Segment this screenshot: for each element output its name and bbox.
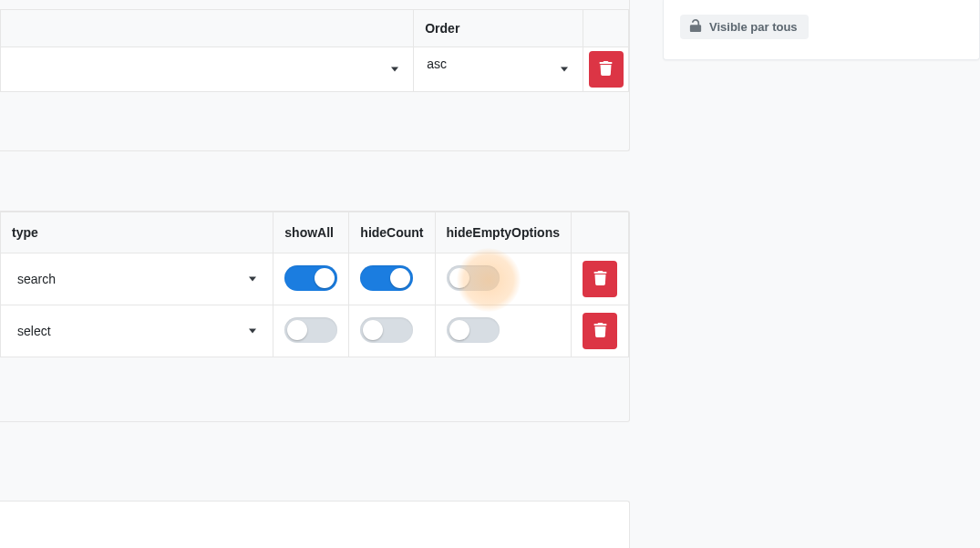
showall-toggle[interactable]: [284, 317, 337, 343]
chevron-down-icon: [561, 67, 568, 72]
hideemptyoptions-toggle[interactable]: [447, 265, 500, 291]
hideemptyoptions-toggle[interactable]: [447, 317, 500, 343]
toggle-knob: [449, 268, 469, 288]
type-header-hideempty: hideEmptyOptions: [435, 212, 571, 253]
trash-icon: [599, 61, 613, 78]
type-value: select: [17, 324, 51, 338]
bottom-panel: [0, 501, 630, 548]
toggle-knob: [449, 320, 469, 340]
delete-order-row-button[interactable]: [589, 51, 624, 88]
type-header-type: type: [1, 212, 273, 253]
type-panel-footer: [0, 357, 629, 421]
unlock-icon: [689, 19, 702, 35]
order-row: asc: [1, 47, 629, 92]
toggle-knob: [315, 268, 335, 288]
type-panel: type showAll hideCount hideEmptyOptions …: [0, 211, 630, 422]
trash-icon: [593, 323, 607, 340]
delete-type-row-button[interactable]: [583, 313, 617, 349]
type-row: select: [1, 305, 629, 357]
type-table: type showAll hideCount hideEmptyOptions …: [0, 212, 629, 357]
order-field-select[interactable]: [1, 47, 413, 91]
toggle-knob: [287, 320, 307, 340]
toggle-knob: [390, 268, 410, 288]
order-header-blank: [1, 10, 414, 47]
order-header-order: Order: [414, 10, 583, 47]
visibility-badge[interactable]: Visible par tous: [680, 15, 809, 39]
order-panel-footer: [0, 92, 629, 150]
type-row: search: [1, 253, 629, 305]
toggle-knob: [363, 320, 383, 340]
chevron-down-icon: [249, 329, 256, 334]
hidecount-toggle[interactable]: [360, 317, 413, 343]
type-value: search: [17, 272, 56, 286]
visibility-label: Visible par tous: [709, 20, 798, 34]
trash-icon: [593, 271, 607, 288]
delete-type-row-button[interactable]: [583, 261, 617, 297]
permissions-card: Visible par tous: [663, 0, 980, 60]
order-direction-select[interactable]: asc: [414, 47, 583, 91]
chevron-down-icon: [249, 277, 256, 282]
order-panel: Order asc: [0, 0, 630, 151]
hidecount-toggle[interactable]: [360, 265, 413, 291]
type-header-hidecount: hideCount: [349, 212, 435, 253]
order-direction-value: asc: [427, 57, 447, 71]
type-select[interactable]: search: [12, 265, 262, 293]
order-header-actions: [583, 10, 629, 47]
type-select[interactable]: select: [12, 317, 262, 345]
showall-toggle[interactable]: [284, 265, 337, 291]
order-table: Order asc: [0, 9, 629, 92]
chevron-down-icon: [391, 67, 398, 72]
type-header-showall: showAll: [273, 212, 349, 253]
type-header-actions: [572, 212, 629, 253]
